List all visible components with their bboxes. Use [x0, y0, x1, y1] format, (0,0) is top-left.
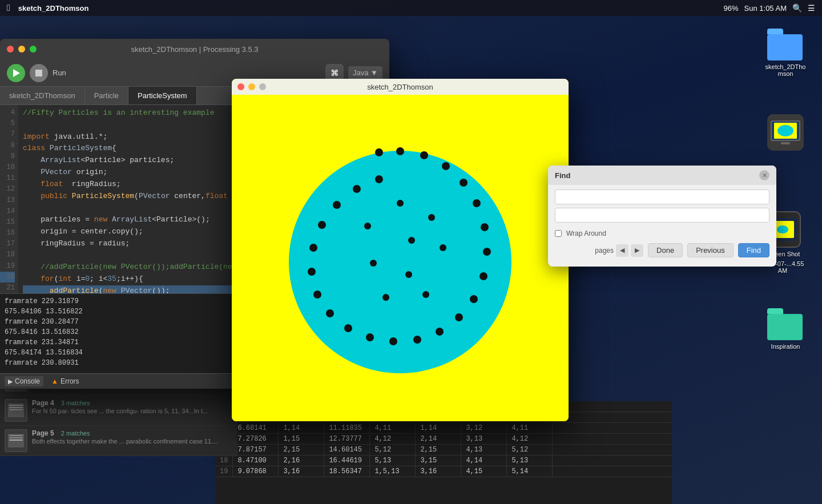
window-maximize-button[interactable]	[30, 46, 37, 53]
control-center-icon[interactable]: ☰	[808, 3, 815, 13]
inspiration-folder-icon	[767, 308, 804, 340]
previous-button[interactable]: Previous	[687, 243, 734, 257]
inner-dot	[382, 294, 389, 301]
result-item[interactable]: Page 5 2 matches Both effects together m…	[0, 426, 237, 456]
sketch-maximize-button[interactable]	[259, 83, 266, 90]
tab-particle[interactable]: Particle	[85, 87, 128, 104]
page-label: Page 5	[32, 429, 54, 437]
inner-dot	[422, 291, 429, 298]
console-icon: ▶	[8, 378, 13, 385]
table-cell: 3,16	[416, 466, 461, 477]
sketch-window-title: sketch_2DThomson	[367, 83, 433, 91]
window-minimize-button[interactable]	[18, 46, 25, 53]
apple-logo-icon[interactable]: 	[7, 3, 10, 13]
table-cell: 5,13	[507, 455, 553, 466]
menubar-clock: Sun 1:05 AM	[744, 4, 787, 13]
find-panel-title: Find	[555, 171, 570, 180]
ring-dot	[375, 148, 383, 156]
wrap-around-label: Wrap Around	[566, 229, 606, 237]
errors-tab[interactable]: ▲ Errors	[48, 376, 83, 386]
find-close-button[interactable]: ✕	[759, 170, 769, 180]
console-tab[interactable]: ▶ Console	[5, 376, 43, 386]
window-close-button[interactable]	[7, 46, 14, 53]
find-panel: Find ✕ Wrap Around pages ◀ ▶ Done Previo…	[548, 166, 776, 267]
result-page-row: Page 4 3 matches	[32, 399, 233, 407]
table-row: 17 7.87157 2,15 14.60145 5,12 2,15 4,13 …	[215, 445, 672, 455]
ring-dot	[389, 337, 397, 345]
sketch-svg	[232, 95, 569, 421]
run-button[interactable]	[7, 64, 25, 82]
table-cell: 3,15	[416, 455, 461, 466]
sketch-close-button[interactable]	[237, 83, 244, 90]
matches-badge: 2 matches	[61, 430, 90, 437]
menubar-right: 96% Sun 1:05 AM 🔍 ☰	[724, 3, 815, 13]
ring-dot	[436, 328, 444, 336]
sketch-folder-icon	[767, 29, 804, 61]
monitor-icon	[767, 114, 804, 151]
menubar-app-name[interactable]: sketch_2DThomson	[18, 4, 89, 13]
inner-dot	[405, 271, 412, 278]
menubar-battery-status: 96%	[724, 4, 739, 13]
ring-dot	[455, 313, 463, 321]
java-dropdown[interactable]: Java ▼	[348, 66, 382, 79]
table-cell: 2,14	[416, 434, 461, 444]
ring-dot	[483, 248, 491, 256]
processing-titlebar: sketch_2DThomson | Processing 3.5.3	[0, 39, 389, 59]
find-input-1[interactable]	[555, 189, 769, 204]
ring-dot	[353, 185, 361, 193]
ring-dot	[326, 309, 334, 317]
line-numbers: 4 5 7 8 9 10 11 12 13 14 15 16 17 18 19 …	[0, 105, 18, 293]
ring-dot	[308, 268, 316, 276]
inner-dot	[397, 200, 404, 207]
ring-dot	[460, 179, 468, 187]
menubar:  sketch_2DThomson 96% Sun 1:05 AM 🔍 ☰	[0, 0, 822, 16]
table-cell: 1,15	[279, 434, 324, 444]
table-cell: 4,14	[461, 455, 507, 466]
next-page-button[interactable]: ▶	[631, 244, 643, 257]
find-button[interactable]: Find	[738, 243, 769, 257]
stop-button[interactable]	[30, 64, 48, 82]
wrap-around-checkbox[interactable]	[555, 230, 562, 237]
tab-sketch2dthomson[interactable]: sketch_2DThomson	[0, 87, 85, 104]
table-cell: 2,15	[416, 445, 461, 455]
find-options: Wrap Around	[548, 227, 776, 240]
search-icon[interactable]: 🔍	[792, 3, 802, 13]
table-row: 15 6.68141 1,14 11.11835 4,11 1,14 3,12 …	[215, 423, 672, 434]
java-label: Java ▼	[353, 68, 378, 77]
inner-dot	[440, 244, 446, 251]
sketch-minimize-button[interactable]	[248, 83, 255, 90]
monitor-stand	[781, 142, 790, 144]
ring-dot	[309, 244, 317, 252]
sketch-canvas	[232, 95, 569, 421]
errors-tab-label: Errors	[61, 377, 79, 385]
ring-dot	[366, 333, 374, 341]
table-cell: 5,13	[370, 455, 416, 466]
ring-dot	[313, 291, 321, 299]
table-cell: 18.56347	[324, 466, 370, 477]
prev-page-button[interactable]: ◀	[616, 244, 628, 257]
ring-dot	[420, 151, 428, 159]
table-cell: 4,11	[507, 423, 553, 433]
table-row: 18 8.47100 2,16 16.44619 5,13 3,15 4,14 …	[215, 455, 672, 466]
table-cell: 7.27826	[233, 434, 279, 444]
run-icon	[13, 69, 20, 77]
desktop-icon-sketch-folder[interactable]: sketch_2DThomson	[763, 29, 808, 77]
desktop-icon-monitor[interactable]	[763, 114, 808, 151]
desktop-icon-inspiration[interactable]: Inspiration	[763, 308, 808, 350]
inner-dot	[370, 260, 377, 267]
ring-dot	[413, 336, 421, 344]
result-thumbnail	[5, 399, 27, 422]
tab-particlesystem[interactable]: ParticleSystem	[128, 87, 197, 104]
result-page-row: Page 5 2 matches	[32, 429, 233, 437]
done-button[interactable]: Done	[648, 243, 683, 257]
ring-dot	[333, 201, 341, 209]
table-cell: 4,12	[507, 434, 553, 444]
run-label: Run	[53, 68, 66, 77]
result-text: For N 50 par- ticles see ... the configu…	[32, 407, 233, 416]
table-cell: 4,15	[461, 466, 507, 477]
table-cell: 1,5,13	[370, 466, 416, 477]
result-item[interactable]: Page 4 3 matches For N 50 par- ticles se…	[0, 396, 237, 426]
table-cell: 12.73777	[324, 434, 370, 444]
find-input-2[interactable]	[555, 208, 769, 223]
sketch-folder-label: sketch_2DThomson	[763, 63, 808, 77]
